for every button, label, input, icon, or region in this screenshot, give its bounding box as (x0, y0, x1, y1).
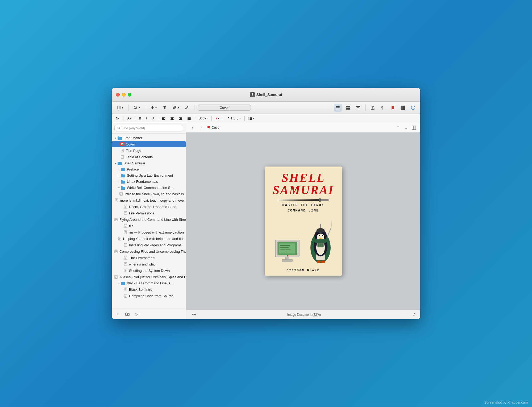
svg-rect-29 (171, 117, 174, 118)
navigate-down-button[interactable]: ⌃ (403, 124, 409, 131)
navigate-up-button[interactable]: ⌃ (395, 124, 401, 131)
page-icon-2 (120, 155, 124, 159)
fmt-sep-6 (223, 116, 223, 121)
svg-point-158 (321, 260, 325, 263)
sidebar-item-linux-fundamentals[interactable]: › Linux Fundamentals (112, 178, 186, 185)
sidebar-item-white-belt[interactable]: ▾ White Belt Command Line Skills - The b… (112, 185, 186, 191)
bookmark-button[interactable] (389, 104, 397, 112)
theme-button[interactable] (399, 104, 407, 112)
sidebar-item-black-belt[interactable]: ▾ Black Belt Command Line Skills - Outpu… (112, 280, 186, 286)
minimize-button[interactable] (122, 93, 126, 97)
sidebar-item-more-ls[interactable]: more ls, mkdir, cat, touch, copy and mov… (112, 197, 186, 204)
titlebar: S Shell_Samurai (112, 88, 420, 102)
line-height-down-icon (236, 117, 239, 120)
sidebar-item-flying-around[interactable]: Flying Around the Command Line with Shor… (112, 216, 186, 223)
chevron-down-icon: ⌃ (405, 126, 408, 130)
refresh-icon: ↺ (413, 313, 415, 317)
paragraph-button[interactable]: ¶ (379, 104, 387, 112)
underline-btn[interactable]: U (150, 116, 156, 121)
sidebar-item-installing-packages[interactable]: Installing Packages and Programs (112, 242, 186, 248)
split-view-button[interactable] (411, 124, 417, 131)
document-title-field[interactable]: Cover (198, 105, 251, 111)
sidebar-item-compressing-files[interactable]: Compressing Files and Uncompressing Them (112, 248, 186, 255)
undo-redo-button[interactable]: ↩ ▾ (191, 312, 197, 318)
svg-rect-16 (348, 108, 350, 110)
sidebar-item-black-belt-intro[interactable]: Black Belt Intro (112, 286, 186, 293)
italic-btn[interactable]: I (144, 116, 148, 121)
sidebar-item-aliases[interactable]: Aliases - Not just for Criminals, Spies … (112, 274, 186, 280)
sidebar-item-whereis-which[interactable]: whereis and which (112, 261, 186, 267)
add-icon: + (117, 312, 119, 317)
sidebar-item-file-permissions[interactable]: File Permissions (112, 210, 186, 216)
sidebar-item-rm-caution[interactable]: rm — Proceed with extreme caution (112, 229, 186, 235)
line-height-btn[interactable]: 1.1 ▾ (225, 116, 242, 121)
sidebar-item-title-page[interactable]: Title Page (112, 147, 186, 154)
delete-button[interactable] (161, 105, 169, 111)
grid-view-button[interactable] (344, 104, 352, 112)
search-placeholder: Title (Any Word) (122, 126, 145, 130)
page-icon-whereis (124, 262, 127, 266)
page-icon-compiling (124, 294, 127, 298)
add-group-button[interactable] (124, 311, 131, 318)
search-button[interactable]: ▾ (132, 105, 142, 111)
sidebar-item-intro-shell[interactable]: Intro to the Shell - pwd, cd and basic l… (112, 191, 186, 197)
compressing-files-label: Compressing Files and Uncompressing Them (119, 250, 186, 254)
sidebar-item-preface[interactable]: › Preface (112, 166, 186, 172)
svg-point-157 (317, 260, 321, 263)
style-dropdown-btn[interactable]: Body ▾ (197, 116, 209, 121)
sidebar-item-setting-up-lab[interactable]: › Setting Up a Lab Environment (112, 172, 186, 178)
app-icon: S (250, 92, 255, 97)
file-cmd-label: file (129, 224, 134, 228)
sidebar-item-the-environment[interactable]: The Environment (112, 255, 186, 261)
nav-forward-button[interactable]: › (198, 124, 204, 131)
shutting-down-label: Shutting the System Down (129, 269, 170, 273)
format-bar: ¶ ▾ Aa B I U (112, 114, 420, 123)
shell-samurai-group[interactable]: ▾ Shell Samurai (112, 160, 186, 166)
black-belt-intro-label: Black Belt Intro (129, 288, 152, 292)
folder-icon-linux (121, 180, 126, 184)
sidebar-item-shutting-down[interactable]: Shutting the System Down (112, 267, 186, 274)
aliases-label: Aliases - Not just for Criminals, Spies … (119, 275, 186, 279)
align-justify-btn[interactable] (186, 116, 193, 121)
fullscreen-button[interactable] (128, 93, 131, 97)
font-btn[interactable]: Aa (126, 116, 133, 121)
fmt-sep-1 (123, 116, 123, 121)
sword-icon (277, 198, 330, 202)
toolbar: ▾ ▾ ▾ (112, 102, 420, 114)
preface-label: Preface (127, 167, 139, 171)
sidebar-item-toc[interactable]: Table of Contents (112, 154, 186, 160)
add-button[interactable]: ▾ (148, 105, 159, 111)
attach-button[interactable]: ▾ (171, 105, 181, 111)
sidebar-item-users-groups[interactable]: Users, Groups, Root and Sudo (112, 204, 186, 210)
front-matter-group[interactable]: ▾ Front Matter (112, 135, 186, 141)
align-left-btn[interactable] (160, 116, 167, 121)
chevron-white-belt: ▾ (117, 186, 121, 190)
sidebar-item-helping-yourself[interactable]: Helping Yourself with help, man and tldr (112, 235, 186, 242)
nav-back-button[interactable]: ‹ (189, 124, 196, 131)
doc-icon-flying (114, 217, 118, 222)
emoji-button[interactable]: ☺ ▾ (134, 311, 140, 318)
color-btn[interactable]: a ▾ (214, 116, 221, 121)
list-style-btn[interactable]: ▾ (247, 116, 256, 121)
bold-btn[interactable]: B (137, 116, 143, 121)
align-right-btn[interactable] (177, 116, 184, 121)
info-button[interactable] (409, 104, 417, 112)
align-center-btn[interactable] (169, 116, 176, 121)
sidebar-item-cover[interactable]: Cover (112, 141, 186, 147)
list-view-button[interactable] (334, 104, 342, 112)
chevron-preface: › (117, 168, 121, 171)
add-document-button[interactable]: + (114, 311, 121, 318)
sidebar-item-file-cmd[interactable]: file (112, 223, 186, 229)
separator-1 (128, 105, 128, 111)
outline-view-button[interactable] (354, 104, 362, 112)
share-button[interactable] (369, 104, 377, 112)
search-input-container[interactable]: Title (Any Word) (114, 125, 183, 131)
close-button[interactable] (116, 93, 120, 97)
edit-button[interactable] (183, 105, 191, 111)
sidebar-item-compiling-code[interactable]: Compiling Code from Source (112, 293, 186, 299)
paragraph-style-btn[interactable]: ¶ ▾ (114, 116, 121, 121)
compiling-code-label: Compiling Code from Source (129, 294, 173, 298)
refresh-button[interactable]: ↺ (411, 312, 417, 318)
svg-rect-1 (119, 106, 121, 109)
sidebar-toggle-button[interactable]: ▾ (115, 105, 125, 111)
